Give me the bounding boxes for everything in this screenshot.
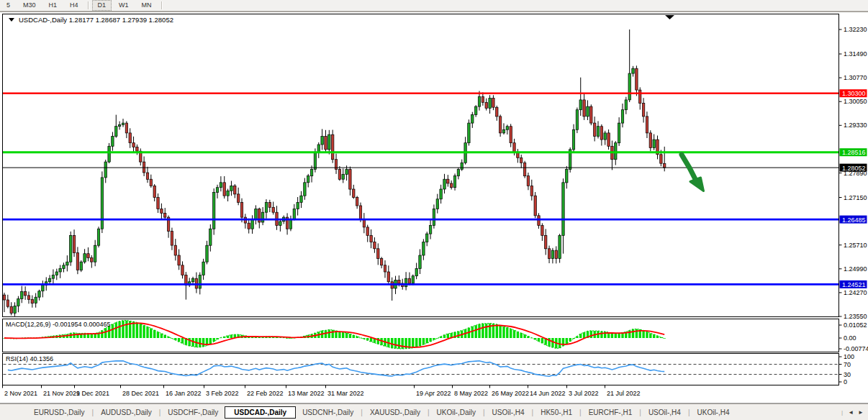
- svg-text:1.28516: 1.28516: [842, 149, 866, 156]
- svg-text:1.27150: 1.27150: [844, 194, 867, 201]
- macd-label: MACD(12,26,9) -0.001954 0.000465: [6, 321, 111, 328]
- svg-text:3 Feb 2022: 3 Feb 2022: [206, 390, 239, 397]
- tab-divider: |: [532, 408, 534, 416]
- svg-text:1.30770: 1.30770: [844, 74, 867, 81]
- timeframe-button-d1[interactable]: D1: [92, 0, 112, 11]
- svg-text:1.24990: 1.24990: [844, 265, 867, 273]
- timeframe-button-h1[interactable]: H1: [43, 0, 63, 11]
- svg-text:13 Mar 2022: 13 Mar 2022: [288, 390, 325, 397]
- chart-tab-usdcad-daily[interactable]: USDCAD-,Daily: [225, 406, 296, 419]
- svg-text:0.01052: 0.01052: [844, 321, 867, 329]
- svg-text:22 Feb 2022: 22 Feb 2022: [247, 390, 284, 397]
- timeframe-button-h4[interactable]: H4: [64, 0, 84, 11]
- svg-text:21 Jul 2022: 21 Jul 2022: [607, 390, 641, 397]
- svg-text:-0.00774: -0.00774: [844, 345, 868, 352]
- chart-tab-usdchf-daily[interactable]: USDCHF-,Daily: [161, 406, 225, 419]
- svg-text:1.30300: 1.30300: [842, 90, 866, 97]
- chart-tab-eurchf-h1[interactable]: EURCHF-,H1: [582, 406, 639, 419]
- tab-divider: |: [639, 408, 641, 416]
- rsi-label: RSI(14) 40.1356: [6, 355, 53, 362]
- chart-tab-hk50-h1[interactable]: HK50-,H1: [534, 406, 579, 419]
- svg-text:26 May 2022: 26 May 2022: [492, 390, 529, 397]
- svg-text:21 Nov 2021: 21 Nov 2021: [43, 390, 80, 397]
- chart-tabs-bar: EURUSD-,Daily|AUDUSD-,Daily|USDCHF-,Dail…: [0, 403, 868, 420]
- tab-scroll-right-button[interactable]: ►: [858, 409, 864, 416]
- svg-text:9 Dec 2021: 9 Dec 2021: [76, 390, 109, 397]
- svg-text:30: 30: [844, 371, 851, 378]
- chart-tab-usoil-h4[interactable]: USOil-,H4: [486, 406, 531, 419]
- tab-divider: |: [428, 408, 430, 416]
- chart-tab-audusd-daily[interactable]: AUDUSD-,Daily: [94, 406, 158, 419]
- svg-text:0: 0: [844, 378, 847, 385]
- svg-text:1.24270: 1.24270: [844, 289, 867, 296]
- tab-divider: |: [361, 408, 363, 416]
- svg-text:1.29330: 1.29330: [844, 122, 867, 129]
- price-panel[interactable]: [3, 14, 839, 317]
- tab-divider: |: [159, 408, 161, 416]
- toolbar-separator: [88, 1, 89, 9]
- chart-tab-ukoil-daily[interactable]: UKOil-,Daily: [430, 406, 482, 419]
- svg-text:3 Jul 2022: 3 Jul 2022: [569, 390, 599, 397]
- timeframe-button-5[interactable]: 5: [1, 0, 16, 11]
- svg-text:70: 70: [844, 361, 851, 368]
- svg-text:USDCAD-,Daily 1.28177 1.28687: USDCAD-,Daily 1.28177 1.28687 1.27939 1.…: [19, 16, 173, 24]
- tab-scroll-controls: |◄►: [841, 409, 868, 416]
- svg-text:100: 100: [844, 353, 854, 360]
- tab-divider: |: [841, 409, 843, 416]
- tab-divider: |: [92, 408, 94, 416]
- svg-text:28 Dec 2021: 28 Dec 2021: [122, 390, 159, 397]
- svg-text:0.00: 0.00: [844, 334, 856, 342]
- chart-tab-eurusd-daily[interactable]: EURUSD-,Daily: [27, 406, 91, 419]
- svg-text:1.28052: 1.28052: [842, 165, 866, 172]
- svg-text:1.31490: 1.31490: [844, 50, 867, 58]
- rsi-panel[interactable]: [3, 354, 839, 385]
- timeframe-button-w1[interactable]: W1: [113, 0, 135, 11]
- svg-text:1.23550: 1.23550: [844, 313, 867, 320]
- svg-text:1.26485: 1.26485: [842, 216, 866, 224]
- timeframe-button-mn[interactable]: MN: [136, 0, 158, 11]
- chart-area[interactable]: 1.322301.314901.307701.300501.293301.278…: [0, 12, 868, 403]
- chart-tab-usdcnh-daily[interactable]: USDCNH-,Daily: [296, 406, 360, 419]
- tab-divider: |: [688, 408, 690, 416]
- tab-divider: |: [483, 408, 485, 416]
- tab-scroll-left-button[interactable]: ◄: [848, 409, 854, 416]
- svg-text:1.24521: 1.24521: [842, 281, 866, 288]
- svg-text:1.30050: 1.30050: [844, 98, 867, 105]
- timeframe-toolbar: 5M30H1H4D1W1MN: [0, 0, 868, 12]
- toolbar-separator: [161, 1, 162, 9]
- tab-divider: |: [579, 408, 582, 416]
- mt4-window: 5M30H1H4D1W1MN 1.322301.314901.307701.30…: [0, 0, 868, 420]
- svg-text:31 Mar 2022: 31 Mar 2022: [327, 390, 364, 397]
- chart-tab-ukoil-h4[interactable]: UKOil-,H4: [691, 406, 736, 419]
- svg-text:8 May 2022: 8 May 2022: [454, 390, 488, 397]
- svg-text:19 Apr 2022: 19 Apr 2022: [416, 390, 451, 397]
- chart-title: USDCAD-,Daily 1.28177 1.28687 1.27939 1.…: [9, 16, 173, 24]
- chart-tab-xauusd-daily[interactable]: XAUUSD-,Daily: [363, 406, 427, 419]
- svg-text:16 Jan 2022: 16 Jan 2022: [166, 390, 202, 397]
- chart-tab-usoil-h4[interactable]: USOil-,H4: [642, 406, 687, 419]
- svg-text:2 Nov 2021: 2 Nov 2021: [4, 390, 37, 397]
- svg-text:1.25710: 1.25710: [844, 242, 867, 249]
- price-chart-svg[interactable]: 1.322301.314901.307701.300501.293301.278…: [0, 12, 868, 403]
- svg-text:1.32230: 1.32230: [844, 26, 867, 33]
- timeframe-button-m30[interactable]: M30: [17, 0, 42, 11]
- svg-text:14 Jun 2022: 14 Jun 2022: [530, 390, 566, 397]
